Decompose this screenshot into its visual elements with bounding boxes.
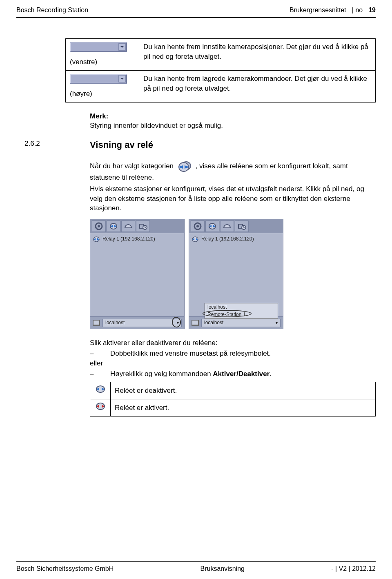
relay-label: Relay 1 (192.168.2.120) [102, 236, 155, 243]
status-activated: Reléet er aktivert. [111, 399, 376, 416]
header-left: Bosch Recording Station [16, 6, 88, 15]
host-option-localhost[interactable]: localhost [205, 303, 278, 311]
footer-rule [16, 561, 376, 562]
host-selector[interactable]: localhost ▾ [201, 319, 281, 327]
toolbar-btn-clock-icon[interactable] [136, 220, 150, 232]
paragraph-1: Når du har valgt kategorien , vises alle… [90, 160, 368, 183]
panel-toolbar [90, 219, 184, 233]
dropdown-table: (venstre) Du kan hente frem innstilte ka… [65, 38, 376, 102]
svg-point-3 [98, 225, 100, 227]
toolbar-btn-dome-icon[interactable] [220, 220, 234, 232]
paragraph-2: Hvis eksterne stasjoner er konfigurert, … [90, 184, 368, 213]
header-rule [16, 17, 376, 18]
p1-a: Når du har valgt kategorien [90, 162, 176, 170]
relay-list-item[interactable]: Relay 1 (192.168.2.120) [189, 233, 283, 245]
status-deactivated: Reléet er deaktivert. [111, 382, 376, 399]
relay-panel-right: Relay 1 (192.168.2.120) localhost Remote… [189, 219, 283, 329]
relay-list-item[interactable]: Relay 1 (192.168.2.120) [90, 233, 184, 245]
toolbar-btn-clock-icon[interactable] [235, 220, 249, 232]
relay-icon [93, 236, 100, 243]
chevron-down-icon: ▾ [276, 320, 278, 326]
chevron-down-icon[interactable] [118, 75, 126, 82]
footer-right: - | V2 | 2012.12 [331, 564, 376, 573]
host-option-remote[interactable]: Remote-Station 1 [205, 311, 278, 318]
dropdown-left-label: (venstre) [70, 58, 97, 66]
list-text-a: Høyreklikk og velg kommandoen [110, 370, 213, 378]
host-value: localhost [105, 319, 125, 326]
preset-dropdown-left[interactable] [70, 42, 127, 52]
preset-dropdown-right[interactable] [70, 74, 127, 84]
note-text: Styring innenfor bildevinduet er også mu… [90, 121, 368, 131]
monitor-icon [192, 320, 199, 326]
dropdown-right-desc: Du kan hente frem lagrede kamerakommando… [139, 70, 375, 102]
svg-point-9 [196, 225, 199, 227]
section-title: Visning av relé [90, 139, 153, 151]
toolbar-btn-relay-icon[interactable] [107, 220, 120, 232]
toolbar-btn-dome-icon[interactable] [121, 220, 135, 232]
relay-activated-icon [95, 402, 106, 411]
panel-toolbar [189, 219, 283, 233]
page-footer: Bosch Sicherheitssysteme GmbH Bruksanvis… [0, 561, 392, 579]
monitor-icon [93, 320, 100, 326]
activate-intro: Slik aktiverer eller deaktiverer du relé… [90, 338, 368, 348]
relay-panel-left: Relay 1 (192.168.2.120) localhost ▾ [90, 219, 185, 329]
dropdown-left-desc: Du kan hente frem innstilte kameraposisj… [139, 39, 375, 71]
note-label: Merk: [90, 111, 368, 121]
page-header: Bosch Recording Station Brukergrensesnit… [0, 0, 392, 17]
section-number: 2.6.2 [24, 139, 90, 151]
footer-left: Bosch Sicherheitssysteme GmbH [16, 564, 114, 573]
chevron-down-icon[interactable] [118, 43, 126, 51]
list-item: – Dobbeltklikk med venstre musetast på r… [90, 349, 368, 359]
relay-category-icon [176, 160, 194, 173]
list-text-c: . [270, 370, 272, 378]
list-text-b: Aktiver/Deaktiver [213, 370, 270, 378]
toolbar-btn-wheel-icon[interactable] [191, 220, 205, 232]
host-selector[interactable]: localhost ▾ [102, 319, 182, 327]
header-right: Brukergrensesnittet | no 19 [290, 6, 376, 15]
header-divider: | no [352, 6, 363, 15]
host-value: localhost [204, 319, 223, 326]
list-item: – Høyreklikk og velg kommandoen Aktiver/… [90, 369, 368, 379]
header-section: Brukergrensesnittet [290, 6, 346, 15]
header-page: 19 [368, 6, 376, 15]
toolbar-btn-relay-icon[interactable] [205, 220, 219, 232]
relay-deactivated-icon [95, 385, 106, 394]
host-dropdown-list[interactable]: localhost Remote-Station 1 [205, 303, 278, 319]
relay-icon [192, 236, 199, 243]
status-table: Reléet er deaktivert. Reléet er aktivert… [90, 382, 376, 416]
toolbar-btn-wheel-icon[interactable] [92, 220, 106, 232]
relay-panels-figure: Relay 1 (192.168.2.120) localhost ▾ [90, 219, 368, 329]
or-word: eller [90, 359, 368, 368]
footer-center: Bruksanvisning [200, 564, 245, 573]
relay-label: Relay 1 (192.168.2.120) [201, 236, 254, 243]
list-text: Dobbeltklikk med venstre musetast på rel… [110, 349, 271, 359]
dropdown-right-label: (høyre) [70, 90, 92, 98]
